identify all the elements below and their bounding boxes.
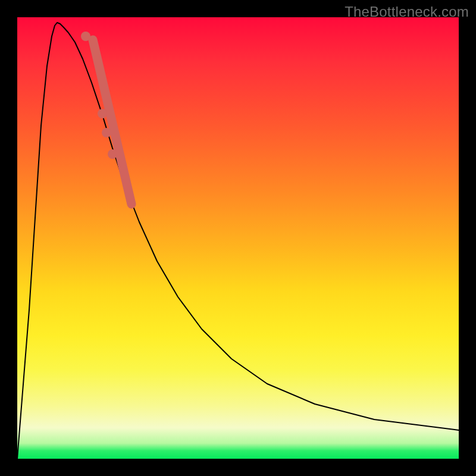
marker-dot-1 <box>98 109 107 118</box>
marker-dot-3 <box>108 149 117 159</box>
bottleneck-curve <box>17 23 459 459</box>
plot-area <box>17 17 459 459</box>
curve-layer <box>17 17 459 459</box>
chart-frame: TheBottleneck.com <box>0 0 476 476</box>
marker-thick-segment <box>93 40 131 204</box>
marker-dot-2 <box>102 128 111 137</box>
marker-dot-0 <box>81 32 90 41</box>
